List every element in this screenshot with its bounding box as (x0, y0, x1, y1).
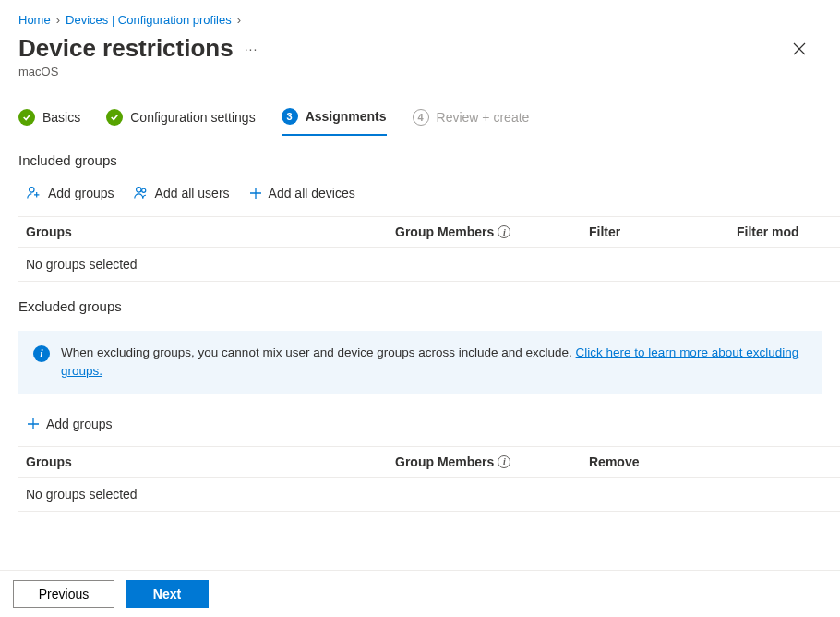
step-number-icon: 3 (282, 108, 298, 125)
breadcrumb: Home › Devices | Configuration profiles … (0, 0, 840, 27)
col-group-members: Group Members i (395, 454, 589, 469)
add-all-devices-button[interactable]: Add all devices (248, 181, 355, 205)
table-header: Groups Group Members i Filter Filter mod (18, 216, 840, 248)
excluded-groups-heading: Excluded groups (0, 282, 840, 314)
empty-text: No groups selected (26, 487, 395, 502)
step-number-icon: 4 (413, 109, 429, 126)
more-menu[interactable]: ··· (245, 42, 258, 56)
col-filter: Filter (589, 224, 737, 239)
info-icon: i (33, 345, 50, 362)
step-assignments[interactable]: 3 Assignments (282, 108, 387, 136)
info-icon[interactable]: i (498, 225, 510, 238)
stepper: Basics Configuration settings 3 Assignme… (0, 97, 840, 136)
close-icon[interactable] (785, 38, 814, 60)
col-group-members: Group Members i (395, 224, 589, 239)
empty-text: No groups selected (26, 257, 395, 272)
svg-point-2 (141, 188, 145, 192)
info-icon[interactable]: i (498, 455, 510, 468)
excluded-actions: Add groups (0, 400, 840, 444)
chevron-right-icon: › (237, 13, 241, 27)
button-label: Add all devices (269, 186, 355, 200)
footer-actions: Previous Next (0, 570, 840, 617)
excluded-groups-table: Groups Group Members i Remove No groups … (18, 446, 840, 512)
step-config-settings[interactable]: Configuration settings (106, 109, 255, 135)
breadcrumb-home[interactable]: Home (18, 13, 51, 27)
step-basics[interactable]: Basics (18, 109, 80, 135)
page-title: Device restrictions (18, 34, 234, 63)
step-label: Assignments (306, 109, 387, 124)
table-header: Groups Group Members i Remove (18, 446, 840, 478)
page-subtitle: macOS (0, 63, 840, 97)
included-groups-heading: Included groups (0, 136, 840, 168)
col-groups: Groups (26, 224, 395, 239)
add-groups-button[interactable]: Add groups (26, 413, 113, 435)
check-icon (106, 109, 123, 126)
step-label: Configuration settings (130, 110, 255, 125)
title-row: Device restrictions ··· (0, 27, 840, 63)
step-review-create: 4 Review + create (413, 109, 530, 135)
previous-button[interactable]: Previous (13, 580, 114, 608)
included-groups-table: Groups Group Members i Filter Filter mod… (18, 216, 840, 282)
button-label: Add groups (48, 186, 114, 200)
plus-icon (248, 186, 263, 200)
col-groups: Groups (26, 454, 395, 469)
step-label: Basics (42, 110, 80, 125)
plus-icon (26, 417, 41, 431)
step-label: Review + create (437, 110, 530, 125)
table-row-empty: No groups selected (18, 248, 840, 282)
users-icon (133, 185, 150, 201)
included-actions: Add groups Add all users Add all devices (0, 168, 840, 214)
svg-point-1 (136, 188, 140, 192)
check-icon (18, 109, 35, 126)
col-filter-mode: Filter mod (737, 224, 833, 239)
info-text: When excluding groups, you cannot mix us… (61, 344, 807, 381)
svg-point-0 (30, 188, 34, 192)
chevron-right-icon: › (56, 13, 60, 27)
breadcrumb-devices[interactable]: Devices | Configuration profiles (66, 13, 232, 27)
add-all-users-button[interactable]: Add all users (133, 181, 230, 205)
add-groups-button[interactable]: Add groups (26, 181, 114, 205)
button-label: Add groups (46, 417, 113, 431)
button-label: Add all users (155, 186, 230, 200)
user-plus-icon (26, 185, 42, 201)
next-button[interactable]: Next (126, 580, 209, 608)
table-row-empty: No groups selected (18, 478, 840, 512)
info-banner: i When excluding groups, you cannot mix … (18, 331, 822, 394)
col-remove: Remove (589, 454, 737, 469)
